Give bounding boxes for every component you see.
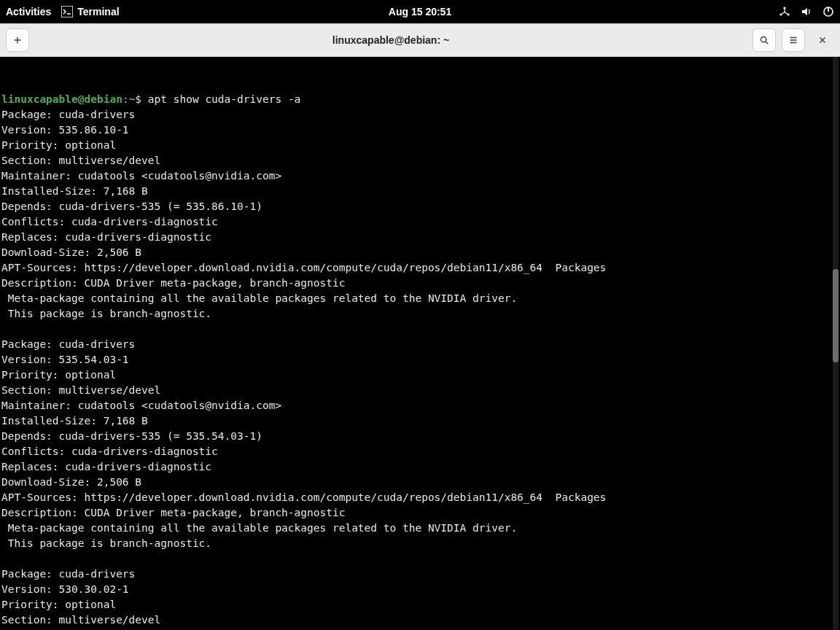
svg-point-5 bbox=[761, 36, 766, 42]
svg-rect-0 bbox=[61, 6, 73, 18]
terminal-content: linuxcapable@debian:~$ apt show cuda-dri… bbox=[1, 92, 840, 630]
window-titlebar: linuxcapable@debian: ~ bbox=[0, 23, 840, 57]
prompt-host: debian bbox=[85, 93, 122, 105]
new-tab-button[interactable] bbox=[6, 28, 29, 52]
command-output: Package: cuda-drivers Version: 535.86.10… bbox=[1, 109, 606, 630]
close-icon bbox=[817, 35, 828, 45]
network-icon[interactable] bbox=[779, 6, 790, 18]
activities-button[interactable]: Activities bbox=[6, 6, 51, 18]
menu-button[interactable] bbox=[782, 28, 805, 52]
command-text: apt show cuda-drivers -a bbox=[141, 93, 300, 105]
svg-point-1 bbox=[783, 7, 785, 9]
close-button[interactable] bbox=[811, 28, 834, 52]
search-icon bbox=[759, 35, 769, 45]
prompt-dollar: $ bbox=[135, 93, 141, 105]
clock[interactable]: Aug 15 20:51 bbox=[389, 6, 451, 18]
top-panel: Activities Terminal Aug 15 20:51 bbox=[0, 0, 840, 23]
search-button[interactable] bbox=[752, 28, 776, 52]
power-icon[interactable] bbox=[822, 6, 834, 18]
prompt-at: @ bbox=[78, 93, 85, 105]
top-panel-app[interactable]: Terminal bbox=[61, 6, 119, 18]
scrollbar-thumb[interactable] bbox=[833, 269, 839, 362]
window-title: linuxcapable@debian: ~ bbox=[332, 34, 449, 46]
prompt-user: linuxcapable bbox=[1, 93, 78, 105]
top-panel-app-name: Terminal bbox=[77, 6, 119, 18]
hamburger-icon bbox=[788, 35, 798, 45]
plus-icon bbox=[12, 35, 23, 45]
volume-icon[interactable] bbox=[801, 6, 812, 18]
terminal-viewport[interactable]: linuxcapable@debian:~$ apt show cuda-dri… bbox=[0, 57, 840, 630]
terminal-icon bbox=[61, 6, 73, 18]
prompt-colon: : bbox=[122, 93, 129, 105]
